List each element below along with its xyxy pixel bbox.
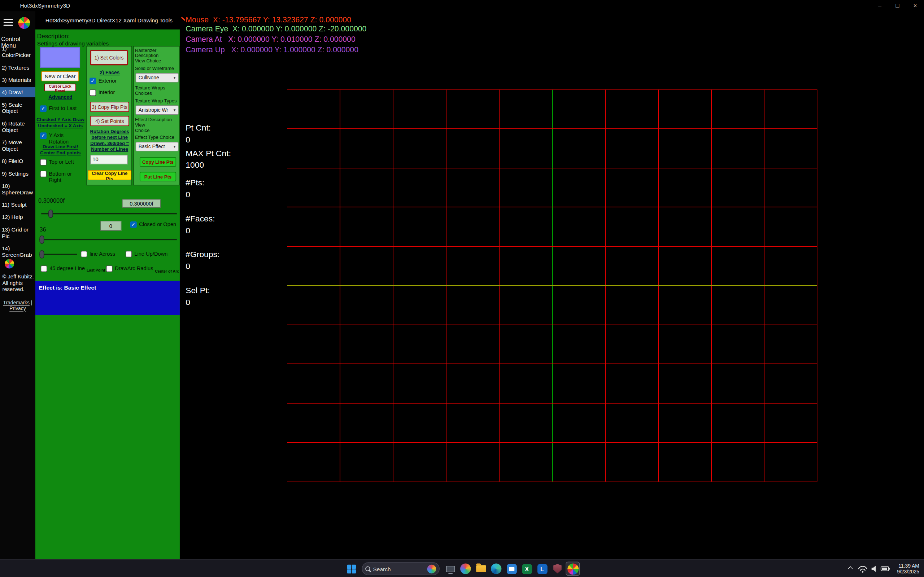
copyright-text: © Jeff Kubitz. All rights reserved. — [3, 274, 34, 292]
taskbar-icon-hot3dx[interactable] — [565, 562, 580, 576]
checkbox-label: Closed or Open — [139, 221, 176, 228]
taskbar-icon-file-explorer[interactable] — [474, 562, 488, 576]
checkbox-label: line Across — [89, 251, 115, 258]
faces-link[interactable]: 2) Faces — [87, 69, 132, 76]
sidebar-item-textures[interactable]: 2) Textures — [2, 64, 34, 71]
rotation-degrees-input[interactable] — [90, 155, 128, 164]
checkbox-label: Interior — [99, 89, 115, 96]
checkbox-label: Exterior — [99, 78, 117, 84]
window-controls: – □ × — [871, 0, 924, 11]
stat-sel-pt: Sel Pt: 0 — [186, 285, 210, 308]
windows-logo-icon — [347, 564, 355, 573]
checkbox-box — [40, 171, 47, 177]
sidebar-item-materials[interactable]: 3) Materials — [2, 76, 34, 83]
stat-value: 0 — [186, 296, 210, 308]
search-icon — [365, 567, 370, 571]
put-line-pts-button[interactable]: Put Line Pts — [140, 172, 176, 181]
slider-thumb[interactable] — [48, 210, 53, 218]
copy-line-pts-button[interactable]: Copy Line Pts — [140, 157, 176, 167]
chevron-down-icon: ▾ — [174, 108, 176, 113]
sidebar-item-rotate-object[interactable]: 6) Rotate Object — [2, 120, 34, 133]
sidebar-item-colorpicker[interactable]: 1) ColorPicker — [2, 45, 34, 58]
checkbox-box — [40, 159, 47, 166]
tray-chevron-up-icon[interactable] — [848, 566, 853, 571]
minimize-button[interactable]: – — [871, 0, 888, 11]
set-colors-button[interactable]: 1) Set Colors — [90, 50, 128, 65]
color-swatch[interactable] — [40, 47, 80, 68]
sidebar-item-scale-object[interactable]: 5) Scale Object — [2, 102, 34, 114]
line-across-checkbox[interactable]: line Across — [81, 251, 115, 258]
draw-line-first-link[interactable]: Draw Line First! Center End points — [36, 144, 86, 156]
tray-status-icons[interactable] — [858, 564, 892, 574]
search-input[interactable]: Search — [373, 566, 424, 572]
sidebar-item-help[interactable]: 12) Help — [2, 214, 34, 220]
drawarc-radius-checkbox[interactable]: DrawArc Radius — [106, 266, 153, 272]
clock-date: 9/23/2025 — [897, 569, 919, 575]
slider-thumb[interactable] — [39, 250, 44, 259]
sidebar-item-spheredraw[interactable]: 10) SphereDraw — [2, 182, 34, 195]
first-to-last-checkbox[interactable]: First to Last — [40, 105, 76, 112]
sidebar-item-grid-or-pic[interactable]: 13) Grid or Pic — [2, 226, 34, 239]
start-button[interactable] — [344, 562, 358, 576]
value2-slider[interactable] — [39, 235, 176, 244]
taskbar-center-group: Search X L — [344, 562, 580, 576]
hamburger-menu-icon[interactable] — [3, 19, 13, 26]
privacy-link[interactable]: Privacy — [10, 305, 26, 311]
clear-copy-line-pts-button[interactable]: Clear Copy Line Pts — [88, 170, 131, 180]
closed-or-open-checkbox[interactable]: Closed or Open — [130, 221, 176, 228]
taskbar-icon-store[interactable] — [505, 562, 519, 576]
interior-checkbox[interactable]: Interior — [89, 89, 115, 96]
viewport-3d[interactable]: Mouse X: -13.795667 Y: 13.323627 Z: 0.00… — [180, 11, 924, 559]
sidebar-item-move-object[interactable]: 7) Move Object — [2, 139, 34, 152]
bottom-or-right-checkbox[interactable]: Bottom or Right — [40, 171, 77, 183]
search-box[interactable]: Search — [362, 562, 439, 575]
line-up-down-checkbox[interactable]: Line Up/Down — [126, 251, 168, 258]
45-degree-line-checkbox[interactable]: 45 degree Line — [41, 266, 85, 272]
new-or-clear-button[interactable]: New or Clear — [41, 71, 79, 82]
app-title: Hot3dxSymmetry3D DirectX12 Xaml Drawing … — [45, 17, 173, 23]
advanced-link[interactable]: Advanced — [36, 94, 86, 100]
sidebar-item-screengrab[interactable]: 14) ScreenGrab — [2, 245, 34, 258]
sidebar-item-fileio[interactable]: 8) FileIO — [2, 158, 34, 164]
value1-slider[interactable] — [41, 210, 177, 218]
trademarks-link[interactable]: Trademarks — [3, 300, 30, 305]
cursor-lock-reset-button[interactable]: Cursor Lock Reset — [44, 84, 76, 91]
folder-icon — [476, 565, 486, 572]
top-or-left-checkbox[interactable]: Top or Left — [40, 159, 74, 166]
titlebar: Hot3dxSymmetry3D – □ × — [0, 0, 924, 11]
checkbox-box — [89, 89, 96, 96]
taskbar-clock[interactable]: 11:39 AM 9/23/2025 — [897, 562, 919, 575]
rotation-degrees-link[interactable]: Rotation Degrees before next Line Drawn.… — [88, 129, 131, 153]
exterior-checkbox[interactable]: Exterior — [89, 78, 116, 84]
slider-track — [39, 239, 176, 240]
taskbar-icon-monitor[interactable] — [443, 562, 457, 576]
copy-flip-pts-button[interactable]: 3) Copy Flip Pts — [90, 102, 129, 112]
effect-type-dropdown[interactable]: Basic Effect ▾ — [136, 142, 179, 151]
mouse-cursor-marker — [181, 17, 186, 21]
panel-subtitle: Settings of drawing variables — [37, 40, 109, 47]
sidebar-item-draw[interactable]: 4) Draw! — [0, 87, 36, 97]
texture-wrap-dropdown[interactable]: Anistropic Wr ▾ — [136, 105, 179, 115]
close-button[interactable]: × — [906, 0, 924, 11]
taskbar-icon-l-app[interactable]: L — [535, 562, 549, 576]
slider-thumb[interactable] — [39, 235, 44, 244]
taskbar: Search X L — [0, 559, 924, 577]
taskbar-icon-edge[interactable] — [489, 562, 503, 576]
y-axis-rotation-checkbox[interactable]: Y Axis Rotation — [40, 132, 82, 145]
maximize-button[interactable]: □ — [888, 0, 906, 11]
stat-label: #Faces: — [186, 213, 215, 224]
cull-mode-dropdown[interactable]: CullNone ▾ — [136, 73, 179, 82]
set-points-button[interactable]: 4) Set Points — [90, 116, 129, 126]
y-axis-draw-link[interactable]: Checked Y Axis Draw Unchecked = X Axis — [36, 117, 86, 129]
solid-or-wireframe-label: Solid or Wireframe — [135, 66, 174, 71]
stat-label: Sel Pt: — [186, 285, 210, 297]
sidebar-item-settings[interactable]: 9) Settings — [2, 170, 34, 177]
effect-banner-text: Effect is: Basic Effect — [39, 285, 180, 291]
value1-label: 0.300000f — [38, 197, 65, 204]
taskbar-icon-copilot[interactable] — [459, 562, 472, 576]
sidebar-item-sculpt[interactable]: 11) Sculpt — [2, 201, 34, 208]
shield-icon — [553, 564, 562, 574]
line-direction-slider[interactable] — [39, 250, 77, 259]
taskbar-icon-excel[interactable]: X — [520, 562, 534, 576]
taskbar-icon-security-shield[interactable] — [551, 562, 564, 576]
